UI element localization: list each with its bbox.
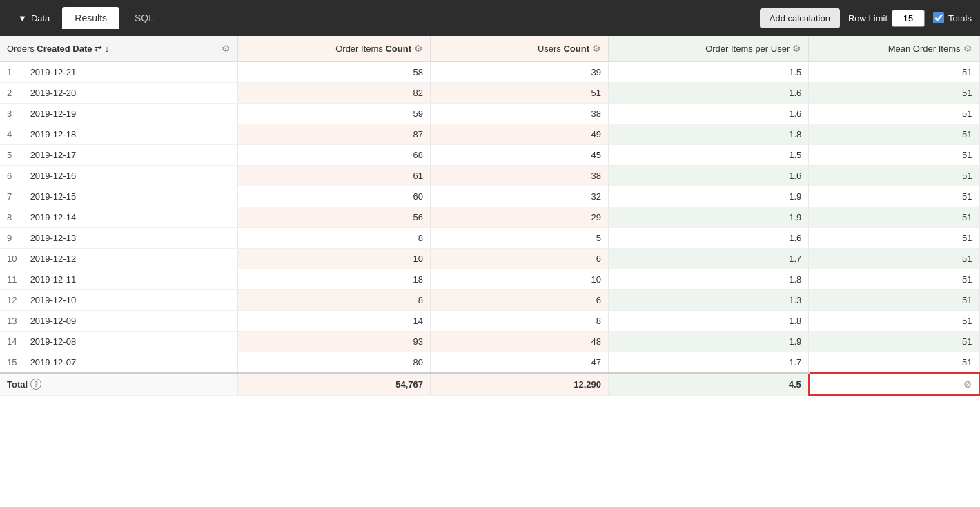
col-header-users-count: Users Count ⚙ bbox=[431, 36, 609, 61]
cell-order-items-count: 14 bbox=[237, 311, 431, 332]
tab-data-label: Data bbox=[31, 13, 50, 23]
row-number: 5 bbox=[7, 150, 21, 160]
cell-users-count: 48 bbox=[431, 332, 609, 352]
cell-order-items-per-user: 1.6 bbox=[609, 104, 809, 124]
cell-mean-order-items: 51 bbox=[809, 269, 979, 290]
col-order-items-per-user-gear-icon[interactable]: ⚙ bbox=[792, 43, 801, 54]
col-mean-order-items-gear-icon[interactable]: ⚙ bbox=[963, 43, 972, 54]
cell-order-items-per-user: 1.8 bbox=[609, 124, 809, 145]
cell-order-items-per-user: 1.7 bbox=[609, 352, 809, 374]
cell-mean-order-items: 51 bbox=[809, 332, 979, 352]
cell-users-count: 51 bbox=[431, 83, 609, 104]
col-header-order-items-per-user: Order Items per User ⚙ bbox=[609, 36, 809, 61]
totals-checkbox[interactable] bbox=[933, 12, 944, 23]
row-number: 15 bbox=[7, 357, 21, 367]
cell-users-count: 38 bbox=[431, 166, 609, 186]
cell-date: 9 2019-12-13 bbox=[0, 228, 237, 249]
cell-date-value: 2019-12-18 bbox=[30, 129, 77, 140]
cell-order-items-per-user: 1.9 bbox=[609, 207, 809, 228]
total-order-items-count: 54,767 bbox=[237, 373, 431, 395]
tab-data[interactable]: ▼ Data bbox=[8, 8, 59, 29]
cell-order-items-count: 68 bbox=[237, 145, 431, 166]
total-order-items-per-user: 4.5 bbox=[609, 373, 809, 395]
table-row: 4 2019-12-18 87 49 1.8 51 bbox=[0, 124, 979, 145]
cell-mean-order-items: 51 bbox=[809, 352, 979, 374]
table-row: 6 2019-12-16 61 38 1.6 51 bbox=[0, 166, 979, 186]
cell-order-items-per-user: 1.6 bbox=[609, 166, 809, 186]
cell-users-count: 32 bbox=[431, 186, 609, 207]
cell-users-count: 38 bbox=[431, 104, 609, 124]
row-number: 12 bbox=[7, 295, 21, 305]
row-number: 6 bbox=[7, 171, 21, 181]
cell-mean-order-items: 51 bbox=[809, 228, 979, 249]
cell-order-items-count: 87 bbox=[237, 124, 431, 145]
cell-date: 14 2019-12-08 bbox=[0, 332, 237, 352]
cell-date: 5 2019-12-17 bbox=[0, 145, 237, 166]
row-limit-container: Row Limit bbox=[848, 10, 925, 27]
row-number: 2 bbox=[7, 88, 21, 98]
table-row: 11 2019-12-11 18 10 1.8 51 bbox=[0, 269, 979, 290]
table-row: 10 2019-12-12 10 6 1.7 51 bbox=[0, 249, 979, 269]
col-order-items-count-gear-icon[interactable]: ⚙ bbox=[414, 43, 423, 54]
table-row: 3 2019-12-19 59 38 1.6 51 bbox=[0, 104, 979, 124]
results-table-wrapper: Orders Created Date ⇄ ↓ ⚙ Order Items Co… bbox=[0, 36, 980, 396]
col-users-count-gear-icon[interactable]: ⚙ bbox=[592, 43, 601, 54]
row-number: 9 bbox=[7, 233, 21, 243]
cell-order-items-per-user: 1.3 bbox=[609, 290, 809, 311]
cell-date: 2 2019-12-20 bbox=[0, 83, 237, 104]
cell-users-count: 45 bbox=[431, 145, 609, 166]
row-limit-label: Row Limit bbox=[848, 13, 888, 23]
tab-sql[interactable]: SQL bbox=[122, 7, 166, 29]
cell-date-value: 2019-12-19 bbox=[30, 108, 77, 119]
col-header-order-items-count: Order Items Count ⚙ bbox=[237, 36, 431, 61]
cell-mean-order-items: 51 bbox=[809, 186, 979, 207]
cell-order-items-count: 60 bbox=[237, 186, 431, 207]
cell-order-items-count: 56 bbox=[237, 207, 431, 228]
table-row: 13 2019-12-09 14 8 1.8 51 bbox=[0, 311, 979, 332]
table-row: 1 2019-12-21 58 39 1.5 51 bbox=[0, 61, 979, 83]
table-row: 14 2019-12-08 93 48 1.9 51 bbox=[0, 332, 979, 352]
table-row: 12 2019-12-10 8 6 1.3 51 bbox=[0, 290, 979, 311]
cell-mean-order-items: 51 bbox=[809, 207, 979, 228]
cell-mean-order-items: 51 bbox=[809, 166, 979, 186]
tab-results[interactable]: Results bbox=[62, 7, 119, 29]
results-table: Orders Created Date ⇄ ↓ ⚙ Order Items Co… bbox=[0, 36, 980, 396]
total-text: Total bbox=[7, 379, 28, 390]
table-header-row: Orders Created Date ⇄ ↓ ⚙ Order Items Co… bbox=[0, 36, 979, 61]
cell-mean-order-items: 51 bbox=[809, 61, 979, 83]
col-header-mean-order-items: Mean Order Items ⚙ bbox=[809, 36, 979, 61]
cell-date-value: 2019-12-12 bbox=[30, 254, 77, 264]
chevron-down-icon: ▼ bbox=[18, 13, 27, 23]
cell-users-count: 39 bbox=[431, 61, 609, 83]
cell-order-items-count: 18 bbox=[237, 269, 431, 290]
totals-label: Totals bbox=[948, 13, 972, 23]
cell-date-value: 2019-12-13 bbox=[30, 233, 77, 243]
cell-date: 11 2019-12-11 bbox=[0, 269, 237, 290]
cell-mean-order-items: 51 bbox=[809, 290, 979, 311]
table-row: 9 2019-12-13 8 5 1.6 51 bbox=[0, 228, 979, 249]
cell-date: 3 2019-12-19 bbox=[0, 104, 237, 124]
col-order-items-count-label: Order Items Count bbox=[335, 44, 411, 54]
col-date-gear-icon[interactable]: ⚙ bbox=[222, 43, 231, 54]
cell-mean-order-items: 51 bbox=[809, 145, 979, 166]
cell-order-items-count: 10 bbox=[237, 249, 431, 269]
cell-date-value: 2019-12-17 bbox=[30, 150, 77, 160]
cell-date: 15 2019-12-07 bbox=[0, 352, 237, 374]
row-number: 10 bbox=[7, 254, 21, 264]
cell-users-count: 29 bbox=[431, 207, 609, 228]
row-number: 4 bbox=[7, 129, 21, 140]
total-info-icon[interactable]: ? bbox=[30, 379, 41, 390]
cell-mean-order-items: 51 bbox=[809, 124, 979, 145]
cell-users-count: 47 bbox=[431, 352, 609, 374]
table-row: 8 2019-12-14 56 29 1.9 51 bbox=[0, 207, 979, 228]
totals-container: Totals bbox=[933, 12, 972, 23]
cell-order-items-per-user: 1.6 bbox=[609, 228, 809, 249]
cell-users-count: 5 bbox=[431, 228, 609, 249]
cell-date: 7 2019-12-15 bbox=[0, 186, 237, 207]
add-calculation-button[interactable]: Add calculation bbox=[760, 8, 840, 28]
row-limit-input[interactable] bbox=[892, 10, 925, 27]
cell-mean-order-items: 51 bbox=[809, 83, 979, 104]
cell-date: 13 2019-12-09 bbox=[0, 311, 237, 332]
cell-mean-order-items: 51 bbox=[809, 249, 979, 269]
cell-order-items-per-user: 1.8 bbox=[609, 311, 809, 332]
